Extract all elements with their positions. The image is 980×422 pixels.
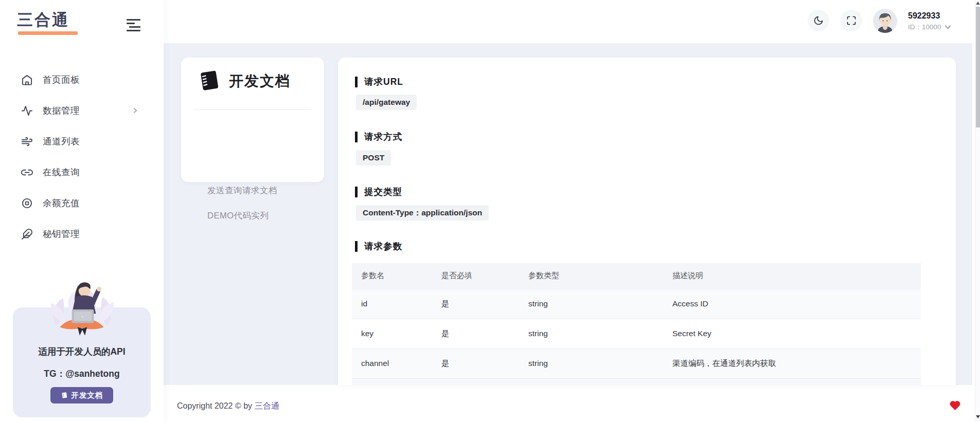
section-bar	[355, 241, 358, 252]
section-bar	[355, 132, 358, 142]
content-type-chip: Content-Type：application/json	[356, 205, 489, 221]
promo-title: 适用于开发人员的API	[0, 345, 164, 358]
sidebar-item-label: 数据管理	[43, 104, 80, 117]
sidebar-item-data-management[interactable]: 数据管理	[9, 98, 154, 123]
scrollbar-up-arrow[interactable]	[976, 2, 980, 5]
section-request-params: 请求参数	[355, 240, 402, 252]
divider	[194, 109, 311, 110]
cell-param-type: string	[519, 348, 663, 378]
sidebar: 三合通 首页面板 数据管理 通道列表 在线查询 余额充值 秘钥管理	[0, 0, 164, 422]
copyright-label: Copyright 2022 © by	[177, 401, 252, 410]
sidebar-item-label: 余额充值	[43, 197, 80, 209]
request-url-chip: /api/gateway	[356, 95, 417, 110]
cell-param-name: key	[352, 319, 432, 348]
doc-nav-title: 开发文档	[229, 71, 291, 91]
table-row: key 是 string Secret Key	[352, 319, 921, 348]
footer-brand-link[interactable]: 三合通	[255, 401, 279, 410]
disc-icon	[21, 197, 33, 209]
doc-nav-link-demo-code[interactable]: DEMO代码实列	[207, 210, 269, 222]
scrollbar-down-arrow[interactable]	[976, 415, 980, 418]
cell-required: 是	[432, 348, 519, 378]
cell-description: Access ID	[663, 289, 921, 319]
cell-param-name: channel	[352, 348, 432, 378]
request-params-table: 参数名 是否必填 参数类型 描述说明 id 是 string Access ID…	[352, 263, 921, 378]
cell-param-type: string	[519, 289, 663, 319]
section-title: 提交类型	[364, 186, 402, 198]
sidebar-item-label: 秘钥管理	[43, 228, 80, 240]
col-header-param-type: 参数类型	[519, 263, 663, 289]
dev-docs-button-label: 开发文档	[72, 391, 103, 400]
user-id-label: ID：10000	[908, 23, 941, 32]
page-scrollbar[interactable]	[975, 0, 980, 422]
username: 5922933	[908, 11, 951, 21]
sidebar-item-dashboard[interactable]: 首页面板	[9, 67, 154, 92]
moon-icon	[813, 15, 824, 26]
section-request-url: 请求URL	[355, 76, 403, 88]
doc-nav-card: 开发文档 发送查询请求文档 DEMO代码实列	[181, 58, 324, 182]
wind-icon	[21, 136, 33, 148]
table-row: id 是 string Access ID	[352, 289, 921, 319]
chevron-down-icon	[945, 25, 951, 29]
col-header-required: 是否必填	[432, 263, 519, 289]
sidebar-item-key-management[interactable]: 秘钥管理	[9, 222, 154, 246]
doc-nav-link-send-query[interactable]: 发送查询请求文档	[207, 185, 277, 196]
table-header-row: 参数名 是否必填 参数类型 描述说明	[352, 263, 921, 289]
brand-logo-text: 三合通	[17, 11, 78, 29]
user-menu[interactable]: 5922933 ID：10000	[908, 11, 951, 32]
heart-icon	[949, 400, 961, 411]
sidebar-item-label: 在线查询	[43, 166, 80, 178]
doc-content-card: 请求URL /api/gateway 请求方式 POST 提交类型 Conten…	[338, 58, 956, 385]
sidebar-item-channel-list[interactable]: 通道列表	[9, 129, 154, 154]
feather-icon	[21, 228, 33, 240]
section-bar	[355, 77, 358, 87]
avatar[interactable]	[873, 9, 897, 33]
sidebar-item-online-query[interactable]: 在线查询	[9, 160, 154, 185]
section-title: 请求参数	[364, 240, 402, 252]
home-icon	[21, 74, 33, 86]
link-icon	[21, 167, 33, 178]
table-next-row-sliver	[352, 378, 921, 385]
sidebar-item-balance-recharge[interactable]: 余额充值	[9, 191, 154, 215]
promo-telegram-contact: TG：@sanhetong	[0, 368, 164, 380]
cell-description: Secret Key	[663, 319, 921, 348]
sidebar-item-label: 首页面板	[43, 74, 80, 86]
book-icon	[197, 69, 220, 93]
col-header-description: 描述说明	[663, 263, 921, 289]
brand-logo[interactable]: 三合通	[17, 11, 78, 35]
sidebar-toggle-icon[interactable]	[127, 17, 143, 33]
brand-logo-underline	[18, 31, 78, 35]
cell-param-type: string	[519, 319, 663, 348]
chevron-right-icon	[132, 107, 139, 114]
book-icon	[61, 392, 68, 399]
section-title: 请求URL	[364, 76, 403, 88]
footer	[164, 385, 975, 422]
logo-row: 三合通	[0, 0, 164, 44]
section-title: 请求方式	[364, 131, 402, 143]
section-request-method: 请求方式	[355, 131, 402, 143]
cell-required: 是	[432, 289, 519, 319]
activity-icon	[21, 105, 33, 117]
request-method-chip: POST	[356, 150, 391, 166]
cell-required: 是	[432, 319, 519, 348]
dark-mode-button[interactable]	[808, 10, 829, 31]
table-row: channel 是 string 渠道编码，在通道列表内获取	[352, 348, 921, 378]
developer-illustration	[40, 275, 124, 343]
section-content-type: 提交类型	[355, 186, 402, 198]
col-header-param-name: 参数名	[352, 263, 432, 289]
section-bar	[355, 187, 358, 197]
sidebar-item-label: 通道列表	[43, 135, 80, 148]
fullscreen-icon	[846, 15, 857, 26]
dev-docs-button[interactable]: 开发文档	[50, 387, 113, 403]
cell-param-name: id	[352, 289, 432, 319]
cell-description: 渠道编码，在通道列表内获取	[663, 348, 921, 378]
scrollbar-thumb[interactable]	[976, 7, 980, 127]
fullscreen-button[interactable]	[841, 10, 862, 31]
copyright-text: Copyright 2022 © by三合通	[177, 401, 279, 412]
